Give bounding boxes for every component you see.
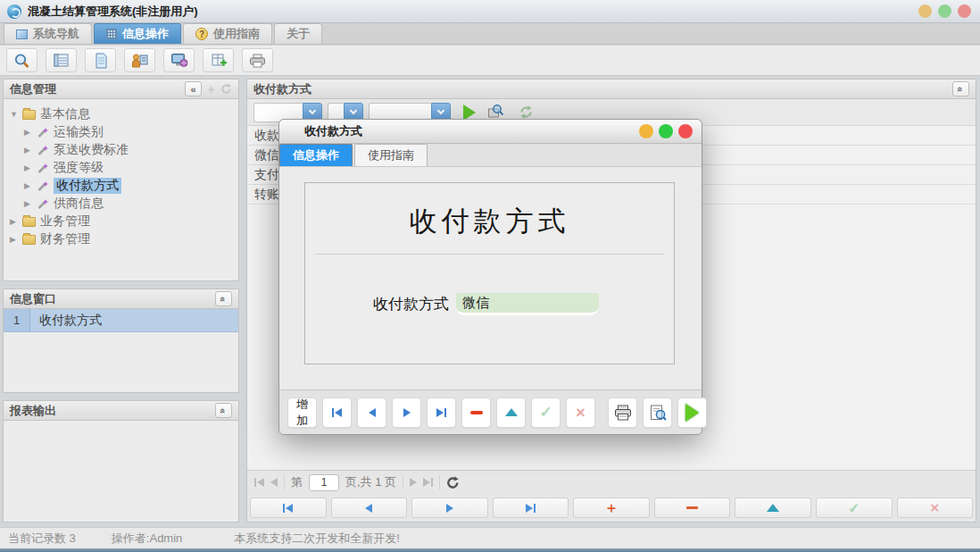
run-query-icon[interactable] — [463, 105, 476, 121]
tree-item-basic-info[interactable]: ▼ 基本信息 — [4, 105, 238, 123]
folder-icon — [22, 217, 36, 227]
dialog-tab-user-guide[interactable]: 使用指南 — [354, 144, 428, 166]
info-window-header: 信息窗口 « — [4, 289, 238, 309]
collapse-arrow-icon[interactable]: ▶ — [10, 217, 18, 226]
add-record-button[interactable]: ＋ — [573, 498, 650, 518]
search-button[interactable] — [6, 48, 37, 72]
tool-icon — [37, 198, 49, 210]
payment-method-field-label: 收付款方式 — [373, 294, 449, 314]
printer-button[interactable] — [242, 48, 273, 72]
confirm-button[interactable]: ✓ — [816, 498, 893, 518]
dialog-traffic-lights — [639, 124, 693, 138]
cell-value: 转账 — [254, 187, 279, 201]
print-preview-icon — [649, 405, 667, 421]
tool-icon — [37, 145, 49, 156]
dialog-zoom-light-icon[interactable] — [659, 124, 673, 138]
next-button[interactable] — [392, 397, 421, 428]
prev-button[interactable] — [357, 397, 386, 428]
refresh-icon[interactable] — [220, 83, 232, 95]
dialog-tab-label: 信息操作 — [293, 147, 339, 163]
dialog-body: 收付款方式 收付款方式 — [279, 168, 702, 389]
first-record-button[interactable] — [250, 498, 327, 518]
tab-label: 系统导航 — [33, 26, 79, 42]
tab-system-nav[interactable]: 系统导航 — [4, 23, 92, 44]
info-manage-title: 信息管理 — [10, 81, 56, 97]
prev-record-button[interactable] — [331, 498, 408, 518]
last-record-button[interactable] — [493, 498, 569, 518]
confirm-button[interactable]: ✓ — [531, 397, 561, 428]
tree-label: 泵送收费标准 — [54, 142, 129, 158]
tree-label: 强度等级 — [54, 160, 104, 176]
tab-info-operation[interactable]: 信息操作 — [94, 23, 181, 44]
page-number-input[interactable] — [309, 474, 339, 491]
dialog-tab-info-operation[interactable]: 信息操作 — [279, 144, 353, 166]
tree-item-finance-manage[interactable]: ▶ 财务管理 — [4, 230, 238, 248]
edit-button[interactable] — [496, 397, 526, 428]
tab-label: 关于 — [287, 26, 310, 42]
dialog-tabbar: 信息操作 使用指南 — [279, 144, 702, 167]
tree-label: 供商信息 — [54, 196, 104, 212]
page-first-button[interactable] — [254, 478, 264, 487]
info-window-row[interactable]: 1 收付款方式 — [4, 309, 238, 332]
collapse-up-button[interactable]: « — [952, 81, 969, 96]
collapse-arrow-icon[interactable]: ▶ — [24, 163, 32, 172]
next-record-button[interactable] — [411, 498, 488, 518]
tab-user-guide[interactable]: ? 使用指南 — [183, 23, 272, 44]
last-button[interactable] — [427, 397, 456, 428]
window-titlebar: 混凝土结算管理系统(非注册用户) — [0, 0, 980, 23]
first-button[interactable] — [322, 397, 352, 428]
cancel-button[interactable]: × — [897, 498, 974, 518]
document-button[interactable] — [85, 48, 116, 72]
collapse-arrow-icon[interactable]: ▶ — [10, 235, 18, 244]
refresh-icon[interactable] — [519, 105, 534, 120]
tab-label: 使用指南 — [213, 26, 260, 42]
tree-item-supplier-info[interactable]: ▶ 供商信息 — [4, 195, 238, 213]
minimize-light-icon[interactable] — [918, 4, 932, 18]
dialog-titlebar[interactable]: 收付款方式 — [279, 120, 702, 144]
list-view-button[interactable] — [46, 48, 77, 72]
dialog-close-light-icon[interactable] — [678, 124, 693, 138]
page-prev-button[interactable] — [270, 478, 278, 487]
expand-arrow-icon[interactable]: ▼ — [10, 110, 18, 119]
page-next-button[interactable] — [410, 478, 417, 487]
monitor-button[interactable] — [163, 48, 195, 72]
collapse-arrow-icon[interactable]: ▶ — [24, 146, 32, 155]
table-add-button[interactable] — [203, 48, 234, 72]
tree-item-pump-fee[interactable]: ▶ 泵送收费标准 — [4, 141, 238, 159]
tool-icon — [37, 180, 49, 192]
tree-item-transport-type[interactable]: ▶ 运输类别 — [4, 123, 238, 141]
run-button[interactable] — [677, 397, 707, 428]
tree-item-business-manage[interactable]: ▶ 业务管理 — [4, 213, 238, 230]
cell-value: 微信 — [254, 147, 279, 162]
collapse-up-button[interactable]: « — [215, 403, 232, 418]
print-button[interactable] — [608, 397, 637, 428]
zoom-light-icon[interactable] — [938, 4, 951, 18]
collapse-arrow-icon[interactable]: ▶ — [24, 199, 32, 208]
add-button[interactable]: 增加 — [287, 397, 317, 428]
remove-record-button[interactable] — [654, 498, 731, 518]
page-last-button[interactable] — [423, 478, 433, 487]
form-divider — [315, 254, 664, 255]
tree-item-strength-grade[interactable]: ▶ 强度等级 — [4, 159, 238, 177]
delete-button[interactable] — [461, 397, 491, 428]
app-logo-icon — [7, 4, 21, 19]
close-light-icon[interactable] — [958, 4, 971, 18]
folder-icon — [22, 235, 36, 245]
tab-about[interactable]: 关于 — [274, 23, 322, 44]
collapse-arrow-icon[interactable]: ▶ — [24, 128, 32, 137]
printer-icon — [614, 405, 632, 421]
print-preview-button[interactable] — [643, 397, 672, 428]
cancel-button[interactable]: × — [566, 397, 595, 428]
collapse-up-button[interactable]: « — [215, 291, 232, 306]
collapse-arrow-icon[interactable]: ▶ — [24, 181, 32, 190]
add-icon[interactable]: ＋ — [205, 81, 217, 97]
user-report-button[interactable] — [124, 48, 155, 72]
payment-method-input[interactable] — [456, 293, 599, 315]
edit-record-button[interactable] — [735, 498, 811, 518]
tree-label-selected: 收付款方式 — [54, 178, 121, 194]
add-button-label: 增加 — [296, 397, 308, 429]
collapse-left-button[interactable]: « — [185, 81, 202, 96]
refresh-icon[interactable] — [446, 476, 460, 489]
dialog-minimize-light-icon[interactable] — [639, 124, 653, 138]
tree-item-payment-method[interactable]: ▶ 收付款方式 — [4, 177, 238, 195]
